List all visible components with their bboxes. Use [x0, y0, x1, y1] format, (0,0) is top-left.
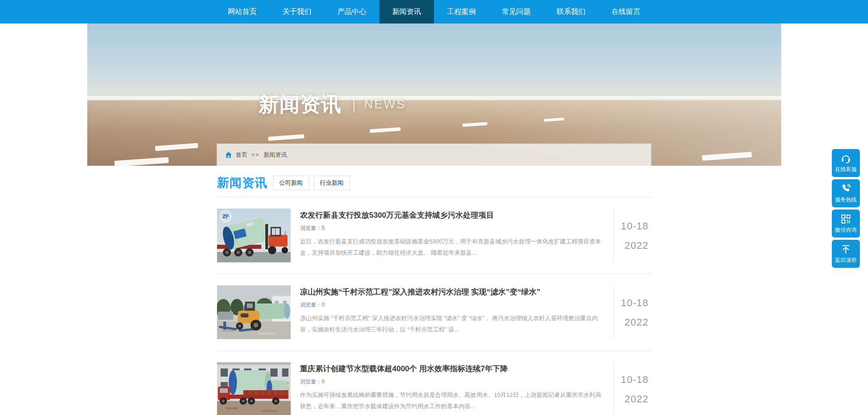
nav-item-home[interactable]: 网站首页 — [215, 0, 269, 23]
banner-title: 新闻资讯 — [259, 91, 342, 118]
news-date-monthday: 10-18 — [614, 374, 649, 386]
news-date-year: 2022 — [614, 317, 649, 328]
news-date: 10-18 2022 — [613, 285, 651, 339]
news-title-link[interactable]: 农发行新县支行投放5300万元基金支持城乡污水处理项目 — [300, 210, 605, 220]
breadcrumb-current: 新闻资讯 — [264, 151, 287, 159]
news-thumbnail-tank-on-trailer[interactable]: ZF — [217, 209, 291, 262]
nav-item-products[interactable]: 产品中心 — [325, 0, 379, 23]
nav-item-projects[interactable]: 工程案例 — [434, 0, 489, 23]
headset-icon — [840, 153, 851, 164]
news-item-body: 凉山州实施“千村示范工程”深入推进农村污水治理 实现“滤水”变“绿水” 浏览量：… — [300, 285, 613, 339]
views-count: 0 — [322, 378, 325, 385]
news-date-year: 2022 — [614, 240, 649, 252]
news-main: 新闻资讯 公司新闻 行业新闻 — [217, 175, 651, 415]
views-count: 5 — [322, 225, 325, 231]
float-button-label: 微信咨询 — [835, 226, 857, 234]
back-to-top-icon — [840, 243, 851, 255]
banner-heading: 新闻资讯 | NEWS — [259, 91, 406, 118]
svg-text:ZF: ZF — [222, 214, 228, 219]
online-service-button[interactable]: 在线客服 — [832, 149, 860, 177]
news-list: ZF 农发行新县支行投放5300万元基金支持城乡污水处理项目 浏览量：5 近日，… — [217, 197, 651, 415]
news-title-link[interactable]: 重庆累计创建节水型载体超4000个 用水效率指标连续7年下降 — [300, 364, 605, 374]
nav-item-message[interactable]: 在线留言 — [599, 0, 653, 23]
top-navigation-bar: 网站首页 关于我们 产品中心 新闻资讯 工程案例 常见问题 联系我们 在线留言 — [0, 0, 868, 23]
news-thumbnail-forklift-tank-yard[interactable] — [217, 285, 291, 339]
news-item: 凉山州实施“千村示范工程”深入推进农村污水治理 实现“滤水”变“绿水” 浏览量：… — [217, 274, 651, 351]
news-views: 浏览量：0 — [300, 378, 605, 386]
page-title: 新闻资讯 — [217, 175, 268, 191]
floating-toolbar: 在线客服 服务热线 微信咨询 — [832, 149, 860, 270]
nav-menu: 网站首页 关于我们 产品中心 新闻资讯 工程案例 常见问题 联系我们 在线留言 — [215, 0, 653, 23]
qrcode-icon — [840, 213, 851, 225]
float-button-label: 服务热线 — [835, 196, 857, 204]
nav-item-news[interactable]: 新闻资讯 — [379, 0, 434, 23]
banner-subtitle: NEWS — [364, 98, 406, 112]
views-count: 0 — [322, 302, 325, 308]
news-date: 10-18 2022 — [613, 209, 651, 262]
news-date-monthday: 10-18 — [614, 220, 649, 232]
nav-item-about[interactable]: 关于我们 — [269, 0, 324, 23]
breadcrumb-home-link[interactable]: 首页 — [236, 151, 248, 159]
news-item: ZF 农发行新县支行投放5300万元基金支持城乡污水处理项目 浏览量：5 近日，… — [217, 197, 651, 274]
views-label: 浏览量： — [300, 302, 322, 308]
breadcrumb-separator: >> — [251, 151, 260, 158]
news-date-year: 2022 — [614, 393, 649, 405]
news-item: 重庆累计创建节水型载体超4000个 用水效率指标连续7年下降 浏览量：0 作为实… — [217, 351, 651, 415]
views-label: 浏览量： — [300, 378, 322, 385]
views-label: 浏览量： — [300, 225, 322, 231]
news-thumbnail-truck-two-tanks[interactable] — [217, 362, 291, 415]
banner-divider: | — [352, 96, 356, 113]
phone-icon — [840, 183, 851, 195]
news-summary: 凉山州实施 “千村示范工程” 深入推进农村污水治理实现 “滤水” 变 “绿水” … — [300, 313, 605, 335]
news-summary: 近日，农发行新县支行成功投放农发基础设施基金5300万元，用于补充新县城乡污水处… — [300, 236, 605, 258]
tab-company-news[interactable]: 公司新闻 — [273, 176, 309, 190]
news-item-body: 农发行新县支行投放5300万元基金支持城乡污水处理项目 浏览量：5 近日，农发行… — [300, 209, 613, 262]
float-button-label: 在线客服 — [835, 166, 857, 173]
news-item-body: 重庆累计创建节水型载体超4000个 用水效率指标连续7年下降 浏览量：0 作为实… — [300, 362, 613, 415]
section-header: 新闻资讯 公司新闻 行业新闻 — [217, 175, 651, 197]
news-views: 浏览量：0 — [300, 301, 605, 309]
home-icon — [225, 151, 232, 159]
news-views: 浏览量：5 — [300, 224, 605, 232]
news-date-monthday: 10-18 — [614, 297, 649, 309]
news-summary: 作为实施可持续发展战略的重要措施，节约用水就是合理用水、高效用水。10月12日，… — [300, 390, 605, 412]
breadcrumb: 首页 >> 新闻资讯 — [217, 144, 651, 166]
banner-guardrail-graphic — [87, 96, 781, 100]
news-title-link[interactable]: 凉山州实施“千村示范工程”深入推进农村污水治理 实现“滤水”变“绿水” — [300, 287, 605, 297]
float-button-label: 返回顶部 — [835, 256, 857, 264]
nav-item-faq[interactable]: 常见问题 — [489, 0, 543, 23]
news-date: 10-18 2022 — [613, 362, 651, 415]
news-banner: 新闻资讯 | NEWS 首页 >> 新闻资讯 — [87, 23, 781, 166]
wechat-consult-button[interactable]: 微信咨询 — [832, 210, 860, 238]
service-hotline-button[interactable]: 服务热线 — [832, 179, 860, 207]
tab-industry-news[interactable]: 行业新闻 — [314, 176, 350, 190]
nav-item-contact[interactable]: 联系我们 — [544, 0, 599, 23]
back-to-top-button[interactable]: 返回顶部 — [832, 240, 860, 268]
